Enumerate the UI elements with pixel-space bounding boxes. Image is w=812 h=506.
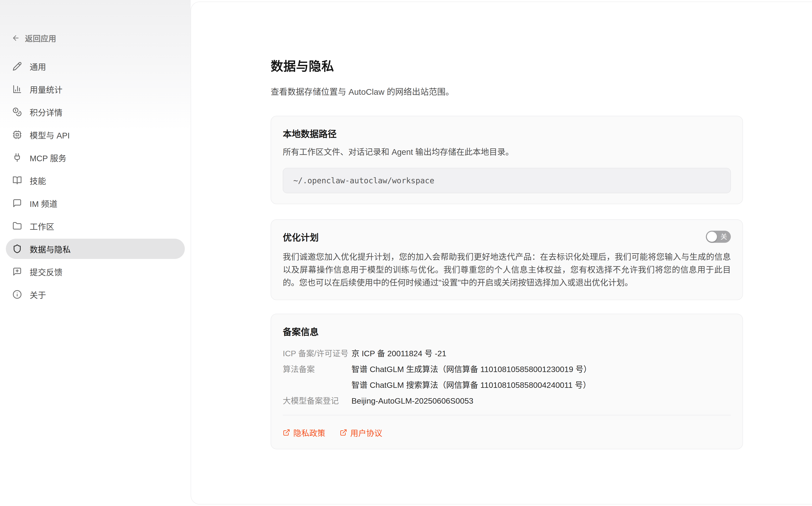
local-data-path-value: ~/.openclaw-autoclaw/workspace [293,176,434,185]
filing-rows: ICP 备案/许可证号 京 ICP 备 20011824 号 -21 算法备案 … [283,349,731,406]
sidebar-item-general[interactable]: 通用 [6,56,185,76]
sidebar-item-label: 技能 [30,174,46,186]
optimization-plan-card: 优化计划 关 我们诚邀您加入优化提升计划，您的加入会帮助我们更好地迭代产品：在去… [271,219,743,300]
user-agreement-label: 用户协议 [350,427,382,438]
user-agreement-link[interactable]: 用户协议 [340,427,382,438]
sidebar-item-skills[interactable]: 技能 [6,170,185,190]
cpu-icon [12,130,22,140]
local-data-path-title: 本地数据路径 [283,127,731,140]
optimization-plan-title: 优化计划 [283,230,319,243]
folder-icon [12,221,22,231]
optimization-plan-description: 我们诚邀您加入优化提升计划，您的加入会帮助我们更好地迭代产品：在去标识化处理后，… [283,251,731,289]
local-data-path-card: 本地数据路径 所有工作区文件、对话记录和 Agent 输出均存储在此本地目录。 … [271,116,743,204]
external-link-icon [283,429,290,436]
sidebar-item-data-privacy[interactable]: 数据与隐私 [6,239,185,259]
page-subtitle: 查看数据存储位置与 AutoClaw 的网络出站范围。 [271,85,743,97]
sidebar: 返回应用 通用 用量统计 积分详情 模型与 API MCP 服务 [0,0,191,506]
local-data-path-description: 所有工作区文件、对话记录和 Agent 输出均存储在此本地目录。 [283,146,731,158]
external-link-icon [340,429,347,436]
message-square-icon [12,198,22,208]
sidebar-item-label: 提交反馈 [30,266,62,278]
sidebar-item-label: MCP 服务 [30,152,66,164]
sidebar-item-about[interactable]: 关于 [6,284,185,305]
optimization-plan-toggle[interactable]: 关 [706,231,731,243]
filing-info-title: 备案信息 [283,325,731,338]
filing-row-icp: ICP 备案/许可证号 京 ICP 备 20011824 号 -21 [283,349,731,358]
legal-links: 隐私政策 用户协议 [283,427,731,438]
sidebar-item-credits[interactable]: 积分详情 [6,102,185,122]
coins-icon [12,107,22,116]
divider [283,415,731,415]
sidebar-item-label: 通用 [30,61,46,72]
sidebar-item-feedback[interactable]: 提交反馈 [6,261,185,282]
sidebar-item-label: 数据与隐私 [30,243,71,255]
privacy-policy-label: 隐私政策 [293,427,325,438]
toggle-knob [707,232,717,242]
shield-icon [12,244,22,253]
sidebar-item-label: 工作区 [30,220,54,232]
filing-row-value: 京 ICP 备 20011824 号 -21 [352,349,446,358]
sidebar-item-label: 积分详情 [30,106,62,118]
plug-icon [12,153,22,162]
settings-window: 返回应用 通用 用量统计 积分详情 模型与 API MCP 服务 [0,0,812,506]
sidebar-item-mcp-services[interactable]: MCP 服务 [6,147,185,168]
sidebar-item-label: 用量统计 [30,83,62,95]
filing-row-label: ICP 备案/许可证号 [283,349,352,358]
sidebar-item-label: IM 频道 [30,197,57,209]
local-data-path-field: ~/.openclaw-autoclaw/workspace [283,168,731,193]
filing-info-card: 备案信息 ICP 备案/许可证号 京 ICP 备 20011824 号 -21 … [271,314,743,449]
sidebar-item-usage-stats[interactable]: 用量统计 [6,79,185,99]
filing-row-value: 智谱 ChatGLM 生成算法（网信算备 1101081058580012300… [352,365,591,374]
pen-icon [12,62,22,71]
filing-row-label: 算法备案 [283,365,352,374]
main-panel: 数据与隐私 查看数据存储位置与 AutoClaw 的网络出站范围。 本地数据路径… [191,2,812,504]
sidebar-item-models-api[interactable]: 模型与 API [6,124,185,145]
info-icon [12,290,22,299]
message-square-plus-icon [12,267,22,276]
page-title: 数据与隐私 [271,56,743,74]
bar-chart-icon [12,84,22,94]
back-to-app-button[interactable]: 返回应用 [12,32,56,44]
privacy-policy-link[interactable]: 隐私政策 [283,427,325,438]
filing-row-algorithm-1: 算法备案 智谱 ChatGLM 生成算法（网信算备 11010810585800… [283,365,731,374]
book-open-icon [12,176,22,185]
filing-row-value: Beijing-AutoGLM-20250606S0053 [352,396,473,406]
back-label: 返回应用 [25,32,56,44]
sidebar-item-workspace[interactable]: 工作区 [6,216,185,236]
filing-row-value: 智谱 ChatGLM 搜索算法（网信算备 1101081058580042400… [352,381,591,390]
sidebar-item-im-channels[interactable]: IM 频道 [6,193,185,213]
sidebar-nav: 通用 用量统计 积分详情 模型与 API MCP 服务 技能 [0,56,191,305]
filing-row-label: 大模型备案登记 [283,396,352,406]
filing-row-algorithm-2: 智谱 ChatGLM 搜索算法（网信算备 1101081058580042400… [283,381,731,390]
filing-row-large-model: 大模型备案登记 Beijing-AutoGLM-20250606S0053 [283,396,731,406]
toggle-state-label: 关 [721,233,727,240]
sidebar-item-label: 模型与 API [30,129,70,141]
sidebar-item-label: 关于 [30,288,46,301]
arrow-left-icon [12,34,20,42]
